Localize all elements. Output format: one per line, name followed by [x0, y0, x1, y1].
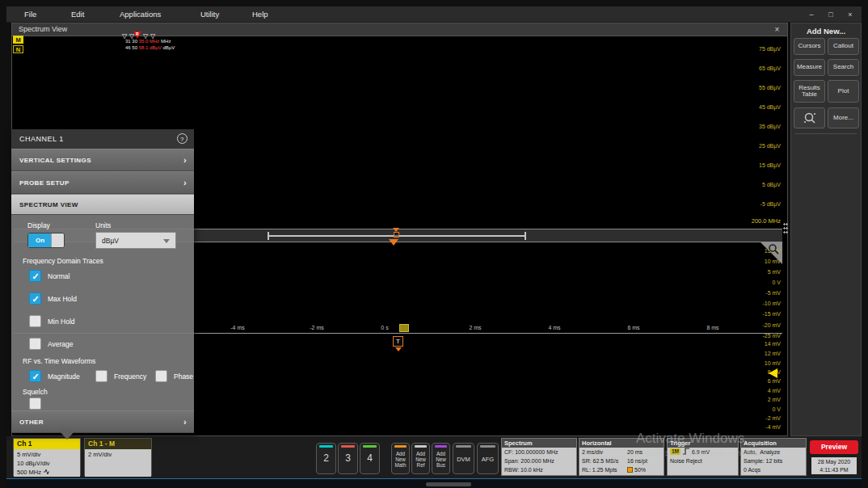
spectrum-view-label: SPECTRUM VIEW — [19, 201, 78, 208]
close-icon[interactable]: × — [842, 9, 858, 20]
max-hold-checkbox[interactable] — [29, 292, 41, 305]
chevron-right-icon: › — [183, 411, 187, 433]
max-hold-trace-badge[interactable]: M — [13, 36, 23, 44]
channel4-color-stripe — [363, 445, 377, 448]
help-icon[interactable]: ? — [177, 133, 188, 144]
display-toggle[interactable]: On — [27, 233, 65, 248]
slider-left-bracket[interactable] — [268, 232, 269, 240]
probe-setup-label: PROBE SETUP — [19, 179, 70, 187]
display-label: Display — [27, 221, 50, 229]
spectrum-y-label: 25 dBµV — [759, 143, 781, 149]
spectrum-y-label: 5 dBµV — [762, 182, 781, 187]
units-dropdown[interactable]: dBµV — [95, 232, 176, 249]
min-hold-checkbox[interactable] — [29, 315, 41, 327]
scrollbar-handle[interactable] — [426, 482, 471, 486]
search-button[interactable]: Search — [828, 59, 859, 76]
cursors-button[interactable]: Cursors — [794, 38, 825, 55]
channel3-button[interactable]: 3 — [338, 443, 358, 474]
rf-y-label: -25 mV — [762, 333, 781, 339]
oscilloscope-app: File Edit Applications Utility Help – □ … — [0, 0, 868, 488]
more-button[interactable]: More... — [828, 107, 859, 128]
average-checkbox[interactable] — [29, 338, 41, 350]
channel1-badge-body: 5 mV/div 10 dBµV/div 500 MHz — [14, 449, 80, 477]
rf-y-label: 0 V — [772, 280, 781, 285]
bandwidth-icon — [43, 469, 50, 475]
spectrum-window-titlebar[interactable]: Spectrum View × — [12, 23, 787, 36]
spectrum-y-label: -5 dBµV — [761, 201, 781, 207]
menu-help[interactable]: Help — [252, 10, 268, 19]
ch1-y-label: 14 mV — [765, 341, 781, 347]
menu-utility[interactable]: Utility — [200, 10, 219, 19]
spectrum-window-close-icon[interactable]: × — [772, 24, 782, 35]
vertical-settings-label: VERTICAL SETTINGS — [19, 157, 91, 164]
spectrum-cf: CF: 100.000000 MHz — [502, 448, 576, 456]
zoom-tool-button[interactable] — [794, 107, 825, 128]
phase-checkbox[interactable] — [155, 370, 167, 382]
channel1-magnitude-badge[interactable]: Ch 1 - M 2 mV/div — [84, 438, 152, 476]
ch1-y-label: 10 mV — [765, 360, 781, 366]
ch1-y-label: 0 V — [772, 406, 781, 412]
spectrum-badge[interactable]: Spectrum CF: 100.000000 MHz Span: 200.00… — [501, 438, 577, 476]
reference-marker-icon[interactable]: R — [133, 32, 142, 40]
channel1-badge[interactable]: Ch 1 5 mV/div 10 dBµV/div 500 MHz — [13, 438, 81, 476]
trigger-position-flag[interactable]: T — [393, 336, 403, 347]
magnifier-gear-icon — [803, 111, 816, 124]
channel1m-badge-title: Ch 1 - M — [85, 439, 151, 449]
menu-bar: File Edit Applications Utility Help – □ … — [6, 6, 862, 23]
chevron-right-icon: › — [183, 149, 187, 171]
magnitude-checkbox[interactable] — [29, 370, 41, 382]
ch1-y-label: -4 mV — [765, 424, 781, 430]
min-hold-label: Min Hold — [48, 318, 75, 326]
add-new-ref-button[interactable]: Add New Ref — [411, 443, 430, 474]
datetime-display: 28 May 2020 4:11:43 PM — [811, 457, 857, 474]
plot-button[interactable]: Plot — [828, 80, 859, 103]
time-label: 0 s — [373, 325, 396, 330]
ref-color-stripe — [415, 445, 427, 448]
channel4-button[interactable]: 4 — [360, 443, 380, 474]
slider-right-bracket[interactable] — [525, 232, 526, 240]
squelch-checkbox[interactable] — [29, 398, 41, 410]
afg-stripe — [480, 445, 495, 448]
preview-button[interactable]: Preview — [810, 440, 858, 454]
phase-label: Phase — [174, 372, 193, 381]
probe-setup-row[interactable]: PROBE SETUP › — [11, 171, 194, 194]
expansion-point-box[interactable] — [399, 324, 409, 332]
add-new-math-button[interactable]: Add New Math — [391, 443, 410, 474]
window-grip-handle[interactable] — [783, 222, 788, 235]
channel2-button[interactable]: 2 — [316, 443, 336, 474]
spectrum-window-title: Spectrum View — [19, 25, 67, 33]
normal-trace-badge[interactable]: N — [13, 45, 23, 53]
marker-readout-amplitude: 46 50 58.1 dBµV dBµV — [125, 45, 175, 50]
normal-checkbox[interactable] — [29, 270, 41, 282]
bottom-scrollbar-strip — [6, 478, 862, 488]
acquisition-sample: Sample: 12 bits — [741, 456, 806, 465]
maximize-icon[interactable]: □ — [823, 9, 839, 20]
channel1-settings-panel: CHANNEL 1 ? VERTICAL SETTINGS › PROBE SE… — [11, 129, 194, 433]
trigger-level-arrow[interactable] — [769, 368, 777, 378]
spectrum-frequency-label: 200.0 MHz — [752, 217, 781, 225]
spectrum-view-row[interactable]: SPECTRUM VIEW — [11, 194, 194, 215]
spectrum-y-label: 75 dBµV — [759, 46, 781, 52]
spectrum-time-marker-tail — [389, 239, 398, 246]
spectrum-time-marker[interactable] — [393, 228, 400, 238]
results-table-button[interactable]: Results Table — [794, 80, 825, 103]
menu-file[interactable]: File — [24, 10, 36, 19]
toggle-knob — [51, 233, 64, 247]
other-row[interactable]: OTHER › — [11, 410, 194, 433]
vertical-settings-row[interactable]: VERTICAL SETTINGS › — [11, 149, 194, 171]
menu-applications[interactable]: Applications — [120, 10, 161, 19]
chevron-down-icon — [163, 239, 170, 243]
menu-edit[interactable]: Edit — [71, 10, 84, 19]
spectrum-span: Span: 200.000 MHz — [502, 456, 576, 465]
dvm-button[interactable]: DVM — [453, 443, 474, 474]
frequency-checkbox[interactable] — [95, 370, 107, 382]
callout-button[interactable]: Callout — [828, 38, 859, 55]
freq-traces-label: Frequency Domain Traces — [23, 257, 103, 265]
afg-button[interactable]: AFG — [477, 443, 499, 474]
minimize-icon[interactable]: – — [803, 9, 820, 20]
time-label: 2 ms — [464, 325, 487, 330]
measure-button[interactable]: Measure — [794, 59, 825, 76]
rf-y-label: -20 mV — [762, 322, 781, 328]
add-new-bus-button[interactable]: Add New Bus — [432, 443, 450, 474]
rf-y-label: 10 mV — [765, 259, 781, 264]
